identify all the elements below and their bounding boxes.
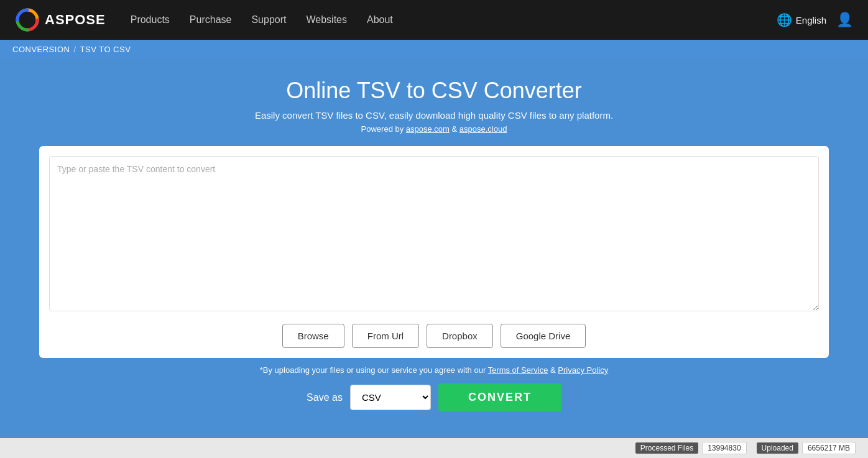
navbar: ASPOSE Products Purchase Support Website… bbox=[0, 0, 868, 40]
format-select[interactable]: CSV TSV XLS XLSX ODS bbox=[350, 385, 431, 410]
powered-by-ampersand: & bbox=[450, 124, 459, 134]
google-drive-button[interactable]: Google Drive bbox=[501, 324, 586, 348]
browse-button[interactable]: Browse bbox=[282, 324, 344, 348]
navbar-right: 🌐 English 👤 bbox=[777, 12, 853, 28]
from-url-button[interactable]: From Url bbox=[352, 324, 419, 348]
powered-by-prefix: Powered by bbox=[361, 124, 406, 134]
dropbox-button[interactable]: Dropbox bbox=[427, 324, 493, 348]
navbar-left: ASPOSE Products Purchase Support Website… bbox=[15, 7, 393, 32]
globe-icon: 🌐 bbox=[777, 12, 792, 27]
language-selector[interactable]: 🌐 English bbox=[777, 12, 826, 27]
nav-item-purchase[interactable]: Purchase bbox=[190, 14, 232, 25]
nav-item-websites[interactable]: Websites bbox=[306, 14, 347, 25]
convert-button[interactable]: CONVERT bbox=[438, 383, 561, 411]
processed-files-value: 13994830 bbox=[702, 442, 746, 454]
logo-text: ASPOSE bbox=[45, 12, 106, 28]
nav-item-support[interactable]: Support bbox=[251, 14, 286, 25]
terms-prefix: *By uploading your files or using our se… bbox=[260, 365, 488, 375]
aspose-cloud-link[interactable]: aspose.cloud bbox=[459, 124, 507, 134]
powered-by: Powered by aspose.com & aspose.cloud bbox=[361, 124, 507, 134]
nav-item-about[interactable]: About bbox=[367, 14, 393, 25]
terms-text: *By uploading your files or using our se… bbox=[260, 365, 609, 375]
user-icon[interactable]: 👤 bbox=[836, 12, 853, 28]
processed-files-stat: Processed Files 13994830 bbox=[635, 442, 747, 454]
breadcrumb-separator: / bbox=[73, 45, 76, 54]
tsv-input[interactable] bbox=[49, 156, 819, 311]
logo-area[interactable]: ASPOSE bbox=[15, 7, 106, 32]
terms-ampersand: & bbox=[548, 365, 558, 375]
uploaded-stat: Uploaded 6656217 MB bbox=[757, 442, 856, 454]
breadcrumb-conversion[interactable]: CONVERSION bbox=[12, 45, 70, 54]
processed-files-label: Processed Files bbox=[635, 442, 698, 454]
upload-buttons: Browse From Url Dropbox Google Drive bbox=[49, 324, 819, 348]
converter-box: Browse From Url Dropbox Google Drive bbox=[39, 146, 829, 358]
breadcrumb: CONVERSION / TSV TO CSV bbox=[0, 40, 868, 59]
page-title: Online TSV to CSV Converter bbox=[286, 78, 582, 104]
nav-links: Products Purchase Support Websites About bbox=[131, 14, 393, 25]
main-content: Online TSV to CSV Converter Easily conve… bbox=[0, 59, 868, 438]
page-subtitle: Easily convert TSV files to CSV, easily … bbox=[255, 110, 613, 121]
footer-bar: Processed Files 13994830 Uploaded 665621… bbox=[0, 438, 868, 458]
aspose-com-link[interactable]: aspose.com bbox=[406, 124, 450, 134]
uploaded-value: 6656217 MB bbox=[802, 442, 856, 454]
breadcrumb-current: TSV TO CSV bbox=[80, 45, 131, 54]
aspose-logo-icon bbox=[15, 7, 40, 32]
save-as-label: Save as bbox=[307, 392, 343, 403]
uploaded-label: Uploaded bbox=[757, 442, 798, 454]
language-label: English bbox=[796, 15, 826, 25]
tos-link[interactable]: Terms of Service bbox=[488, 365, 548, 375]
nav-item-products[interactable]: Products bbox=[131, 14, 170, 25]
privacy-link[interactable]: Privacy Policy bbox=[558, 365, 608, 375]
save-as-row: Save as CSV TSV XLS XLSX ODS CONVERT bbox=[307, 383, 561, 411]
